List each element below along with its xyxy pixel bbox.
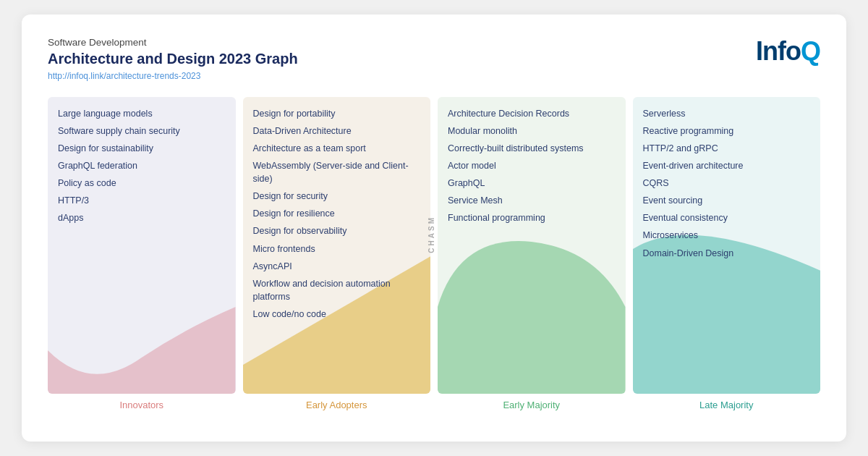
list-item: Design for security [253,190,421,203]
list-item: Actor model [448,159,616,172]
early-majority-items: Architecture Decision RecordsModular mon… [438,97,626,394]
list-item: Functional programming [448,211,616,224]
list-item: HTTP/2 and gRPC [643,142,811,155]
list-item: Modular monolith [448,124,616,138]
list-item: GraphQL federation [58,159,226,172]
list-item: Serverless [643,107,811,120]
list-item: Design for portability [253,107,421,120]
main-title: Architecture and Design 2023 Graph [48,49,298,68]
list-item: Service Mesh [448,194,616,207]
bottom-labels: InnovatorsEarly AdoptersEarly MajorityLa… [48,400,820,410]
list-item: GraphQL [448,177,616,190]
col-early-majority: Architecture Decision RecordsModular mon… [438,97,626,394]
list-item: Software supply chain security [58,124,226,138]
early-adopters-items: Design for portabilityData-Driven Archit… [243,97,431,394]
label-early-majority: Early Majority [438,400,626,410]
logo: InfoQ [756,36,820,67]
list-item: Architecture as a team sport [253,142,421,155]
list-item: Data-Driven Architecture [253,124,421,138]
list-item: Policy as code [58,177,226,190]
label-early-adopters: Early Adopters [243,400,431,410]
header: Software Development Architecture and De… [48,36,820,81]
list-item: Eventual consistency [643,211,811,224]
list-item: AsyncAPI [253,260,421,273]
list-item: Large language models [58,107,226,120]
list-item: Architecture Decision Records [448,107,616,120]
title-block: Software Development Architecture and De… [48,36,298,81]
late-majority-items: ServerlessReactive programmingHTTP/2 and… [633,97,821,394]
list-item: Event sourcing [643,194,811,207]
list-item: Low code/no code [253,308,421,321]
label-late-majority: Late Majority [633,400,821,410]
list-item: CQRS [643,177,811,190]
columns-grid: Large language modelsSoftware supply cha… [48,97,820,394]
list-item: Event-driven architecture [643,159,811,172]
list-item: HTTP/3 [58,194,226,207]
innovators-items: Large language modelsSoftware supply cha… [48,97,236,394]
title-link[interactable]: http://infoq.link/architecture-trends-20… [48,71,298,81]
list-item: Micro frontends [253,242,421,256]
list-item: Reactive programming [643,124,811,138]
list-item: Domain-Driven Design [643,247,811,260]
list-item: dApps [58,211,226,224]
subtitle: Software Development [48,36,298,49]
list-item: Workflow and decision automation platfor… [253,277,421,303]
columns-wrapper: Large language modelsSoftware supply cha… [48,97,820,394]
list-item: Design for resilience [253,207,421,220]
list-item: Correctly-built distributed systems [448,142,616,155]
list-item: Microservices [643,229,811,242]
list-item: WebAssembly (Server-side and Client-side… [253,159,421,185]
main-card: Software Development Architecture and De… [22,14,846,442]
col-innovators: Large language modelsSoftware supply cha… [48,97,236,394]
col-late-majority: ServerlessReactive programmingHTTP/2 and… [633,97,821,394]
col-early-adopters: Design for portabilityData-Driven Archit… [243,97,431,394]
list-item: Design for sustainability [58,142,226,155]
list-item: Design for observability [253,224,421,237]
label-innovators: Innovators [48,400,236,410]
